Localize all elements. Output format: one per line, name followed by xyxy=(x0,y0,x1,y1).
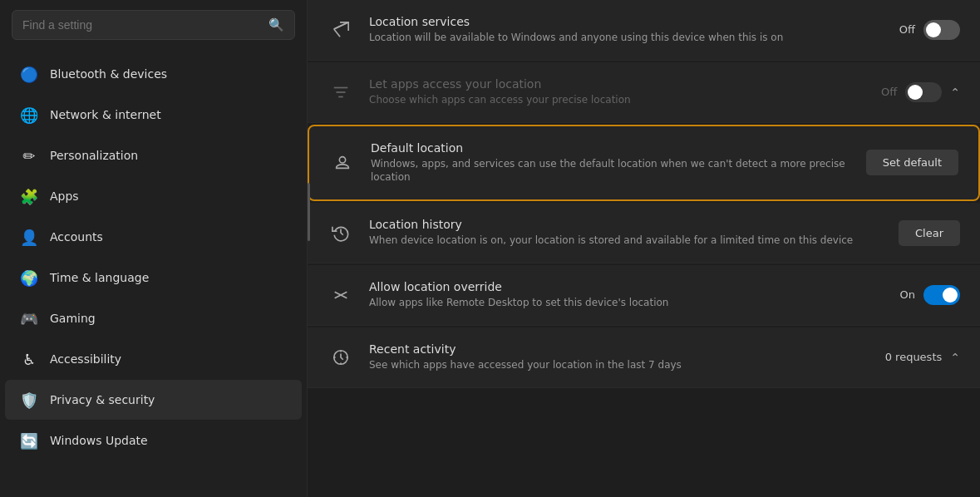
setting-control-location-services: Off xyxy=(899,20,960,40)
setting-text-location-services: Location services Location will be avail… xyxy=(369,15,884,45)
filter-icon xyxy=(327,79,354,106)
sidebar-item-accessibility[interactable]: ♿ Accessibility xyxy=(5,339,302,379)
sidebar-item-label-bluetooth: Bluetooth & devices xyxy=(50,67,167,81)
setting-control-location-override: On xyxy=(900,285,960,305)
setting-title-let-apps-location: Let apps access your location xyxy=(369,77,866,91)
sidebar-item-windowsupdate[interactable]: 🔄 Windows Update xyxy=(5,421,302,460)
crosshair-icon xyxy=(327,282,354,308)
chevron-icon-let-apps-location[interactable]: ⌃ xyxy=(950,86,960,99)
setting-row-location-history: Location history When device location is… xyxy=(308,203,980,263)
setting-desc-recent-activity: See which apps have accessed your locati… xyxy=(369,358,870,372)
setting-text-location-override: Allow location override Allow apps like … xyxy=(369,280,885,310)
requests-label-recent-activity: 0 requests xyxy=(885,351,943,363)
svg-point-6 xyxy=(339,157,345,163)
person-pin-icon xyxy=(329,150,356,176)
svg-line-2 xyxy=(334,22,348,29)
setting-row-location-services: Location services Location will be avail… xyxy=(308,0,980,61)
setting-text-recent-activity: Recent activity See which apps have acce… xyxy=(369,342,870,372)
setting-control-recent-activity: 0 requests ⌃ xyxy=(885,351,960,364)
history-icon xyxy=(327,219,354,246)
personalization-icon: ✏️ xyxy=(20,146,38,165)
sidebar-item-network[interactable]: 🌐 Network & internet xyxy=(5,95,302,135)
sidebar-nav: 🔍 🔵 Bluetooth & devices 🌐 Network & inte… xyxy=(0,0,308,497)
setting-title-location-history: Location history xyxy=(369,218,884,231)
update-icon: 🔄 xyxy=(20,431,38,450)
setting-text-let-apps-location: Let apps access your location Choose whi… xyxy=(369,77,866,107)
setting-row-let-apps-location: Let apps access your location Choose whi… xyxy=(308,62,980,123)
sidebar-item-time[interactable]: 🌍 Time & language xyxy=(5,258,302,298)
toggle-location-override[interactable] xyxy=(923,285,960,305)
location-arrow-icon xyxy=(327,17,354,43)
setting-title-location-services: Location services xyxy=(369,15,884,28)
sidebar-item-label-apps: Apps xyxy=(50,189,79,203)
setting-row-recent-activity: Recent activity See which apps have acce… xyxy=(308,327,980,388)
sidebar: 🔍 🔵 Bluetooth & devices 🌐 Network & inte… xyxy=(0,0,308,497)
sidebar-item-label-personalization: Personalization xyxy=(50,149,138,162)
sidebar-item-privacy[interactable]: 🛡️ Privacy & security xyxy=(5,380,302,420)
main-content: Location services Location will be avail… xyxy=(308,0,980,497)
sidebar-item-label-accessibility: Accessibility xyxy=(50,352,121,366)
sidebar-item-bluetooth[interactable]: 🔵 Bluetooth & devices xyxy=(5,54,302,94)
bluetooth-icon: 🔵 xyxy=(20,65,38,83)
sidebar-item-label-privacy: Privacy & security xyxy=(50,393,155,406)
accounts-icon: 👤 xyxy=(20,228,38,246)
setting-title-location-override: Allow location override xyxy=(369,280,885,293)
setting-title-recent-activity: Recent activity xyxy=(369,342,870,356)
toggle-let-apps-location[interactable] xyxy=(905,82,942,102)
setting-desc-location-override: Allow apps like Remote Desktop to set th… xyxy=(369,296,885,310)
setting-text-default-location: Default location Windows, apps, and serv… xyxy=(371,141,851,185)
apps-icon: 🧩 xyxy=(20,187,38,205)
sidebar-item-label-accounts: Accounts xyxy=(50,230,103,244)
accessibility-icon: ♿ xyxy=(20,350,38,368)
setting-row-default-location: Default location Windows, apps, and serv… xyxy=(308,125,980,202)
toggle-label-location-override: On xyxy=(900,288,915,301)
setting-desc-location-history: When device location is on, your locatio… xyxy=(369,234,884,248)
time-icon: 🌍 xyxy=(20,268,38,287)
button-default-location[interactable]: Set default xyxy=(866,150,958,175)
sidebar-item-label-windowsupdate: Windows Update xyxy=(50,434,148,447)
privacy-icon: 🛡️ xyxy=(20,391,38,409)
search-icon: 🔍 xyxy=(268,17,284,32)
sidebar-scroll-thumb xyxy=(308,183,310,241)
sidebar-item-personalization[interactable]: ✏️ Personalization xyxy=(5,135,302,175)
setting-desc-default-location: Windows, apps, and services can use the … xyxy=(371,157,851,185)
setting-control-let-apps-location: Off ⌃ xyxy=(881,82,960,102)
sidebar-item-label-gaming: Gaming xyxy=(50,312,96,325)
setting-control-default-location: Set default xyxy=(866,150,958,175)
toggle-label-let-apps-location: Off xyxy=(881,86,897,98)
svg-line-1 xyxy=(334,29,340,37)
clock-icon xyxy=(327,344,354,371)
sidebar-item-apps[interactable]: 🧩 Apps xyxy=(5,176,302,216)
chevron-up-icon-recent-activity[interactable]: ⌃ xyxy=(950,351,960,364)
setting-desc-let-apps-location: Choose which apps can access your precis… xyxy=(369,93,866,107)
setting-desc-location-services: Location will be available to Windows an… xyxy=(369,31,884,45)
sidebar-item-label-time: Time & language xyxy=(50,271,149,284)
sidebar-item-accounts[interactable]: 👤 Accounts xyxy=(5,217,302,257)
setting-control-location-history: Clear xyxy=(899,220,960,246)
gaming-icon: 🎮 xyxy=(20,309,38,327)
toggle-location-services[interactable] xyxy=(923,20,960,40)
sidebar-item-gaming[interactable]: 🎮 Gaming xyxy=(5,298,302,338)
toggle-label-location-services: Off xyxy=(899,23,915,36)
setting-text-location-history: Location history When device location is… xyxy=(369,218,884,248)
search-input[interactable] xyxy=(22,18,260,32)
network-icon: 🌐 xyxy=(20,106,38,124)
setting-row-location-override: Allow location override Allow apps like … xyxy=(308,265,980,326)
button-location-history[interactable]: Clear xyxy=(899,220,960,246)
search-bar[interactable]: 🔍 xyxy=(12,10,295,40)
nav-list: 🔵 Bluetooth & devices 🌐 Network & intern… xyxy=(0,53,307,497)
sidebar-item-label-network: Network & internet xyxy=(50,108,161,121)
setting-title-default-location: Default location xyxy=(371,141,851,155)
